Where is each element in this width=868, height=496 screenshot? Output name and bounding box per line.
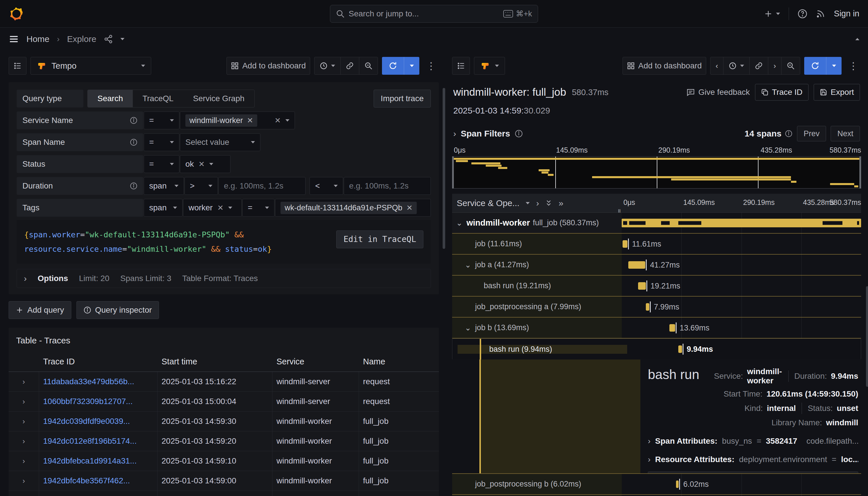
help-icon[interactable] <box>797 9 807 19</box>
import-trace-button[interactable]: Import trace <box>374 90 431 107</box>
trace-id-link[interactable]: 1942dc012e8f196b5174... <box>43 436 137 446</box>
table-row[interactable]: › 1942dbfebca1d9914a31... 2025-01-03 14:… <box>9 451 439 471</box>
remove-icon[interactable]: ✕ <box>217 203 223 212</box>
status-value-select[interactable]: ok✕ <box>180 155 231 173</box>
tags-scope-select[interactable]: span <box>144 199 183 217</box>
add-to-dashboard-button[interactable]: Add to dashboard <box>227 57 310 75</box>
time-shift-right-button[interactable]: › <box>768 57 781 74</box>
chevron-down-icon[interactable]: ⌄ <box>455 218 464 228</box>
breadcrumb-explore[interactable]: Explore <box>67 34 96 44</box>
trace-id-link[interactable]: 11dabada33e479db56b... <box>43 377 134 386</box>
refresh-interval-caret[interactable] <box>826 57 841 75</box>
news-rss-icon[interactable] <box>816 9 825 18</box>
trace-id-button[interactable]: Trace ID <box>755 84 808 100</box>
zoom-out-button[interactable] <box>359 57 378 74</box>
row-expand-chevron[interactable]: › <box>9 412 39 431</box>
events-accordion[interactable]: › Events (4) <box>648 471 858 473</box>
span-bar[interactable] <box>638 282 646 290</box>
col-trace-id[interactable]: Trace ID <box>39 352 157 372</box>
trace-id-link[interactable]: 1942dc039dfdf9e0039... <box>43 417 130 426</box>
duration-gt-select[interactable]: > <box>185 177 218 195</box>
trace-minimap[interactable] <box>452 156 861 188</box>
share-icon[interactable] <box>104 34 113 44</box>
span-row[interactable]: bash run (9.94ms) 9.94ms <box>452 339 861 359</box>
add-query-button[interactable]: Add query <box>9 301 71 319</box>
tags-operator-select[interactable]: = <box>242 199 275 217</box>
sign-in-button[interactable]: Sign in <box>834 9 859 18</box>
row-expand-chevron[interactable]: › <box>9 491 39 496</box>
span-bar[interactable] <box>669 324 675 331</box>
trace-id-link[interactable]: 1942dbfebca1d9914a31... <box>43 456 137 466</box>
row-expand-chevron[interactable]: › <box>9 471 39 491</box>
remove-icon[interactable]: ✕ <box>199 160 205 169</box>
kebab-menu-icon[interactable]: ⋮ <box>423 60 439 72</box>
trace-id-link[interactable]: 1942dbfc4be3567f462... <box>43 476 130 485</box>
query-options-row[interactable]: › Options Limit: 20 Spans Limit: 3 Table… <box>17 269 431 288</box>
table-row[interactable]: › 1942dbfc4be3567f462... 2025-01-03 14:5… <box>9 471 439 491</box>
refresh-interval-caret[interactable] <box>404 57 419 75</box>
span-bar[interactable] <box>628 261 645 269</box>
tab-traceql[interactable]: TraceQL <box>133 90 183 107</box>
row-expand-chevron[interactable]: › <box>9 392 39 411</box>
table-row[interactable]: › 1060bbf732309b12707... 2025-01-03 15:0… <box>9 392 439 412</box>
span-attributes-row[interactable]: › Span Attributes: busy_ns = 3582417 cod… <box>648 436 858 446</box>
chevron-down-icon[interactable]: ⌄ <box>464 260 472 269</box>
resource-attributes-row[interactable]: › Resource Attributes: deployment.enviro… <box>648 455 858 464</box>
time-range-picker[interactable] <box>724 57 749 74</box>
row-expand-chevron[interactable]: › <box>9 372 39 391</box>
traceql-preview[interactable]: {span.worker="wk-default-133114d6a91e-PS… <box>17 220 431 264</box>
duration-lt-select[interactable]: < <box>310 177 343 195</box>
remove-icon[interactable]: ✕ <box>406 203 413 212</box>
span-row[interactable]: job (11.61ms) 11.61ms <box>452 234 861 254</box>
zoom-out-button[interactable] <box>781 57 800 74</box>
col-name[interactable]: Name <box>359 352 439 372</box>
span-bar[interactable] <box>622 240 627 248</box>
link-button[interactable] <box>341 57 359 74</box>
edit-in-traceql-button[interactable]: Edit in TraceQL <box>336 231 423 248</box>
run-query-button[interactable] <box>804 57 841 75</box>
service-name-value-select[interactable]: windmill-worker✕ ✕ <box>180 111 295 129</box>
query-outline-button[interactable] <box>9 57 27 75</box>
tab-service-graph[interactable]: Service Graph <box>183 90 254 107</box>
span-row[interactable]: ⌄ windmill-worker full_job (580.37ms) <box>452 213 861 234</box>
breadcrumb-home[interactable]: Home <box>27 34 49 44</box>
duration-scope-select[interactable]: span <box>144 177 184 195</box>
time-shift-left-button[interactable]: ‹ <box>711 57 724 74</box>
remove-icon[interactable]: ✕ <box>247 116 253 125</box>
tree-column-header[interactable]: Service & Ope... › » <box>452 194 622 212</box>
grafana-logo-icon[interactable] <box>9 6 24 21</box>
table-row[interactable]: › 1942dbf9d9fa6108d0d1... 2025-01-03 14:… <box>9 491 439 496</box>
span-name-operator-select[interactable]: = <box>144 133 179 151</box>
span-bar[interactable] <box>678 345 682 353</box>
kebab-menu-icon[interactable]: ⋮ <box>846 60 861 72</box>
left-scrollbar[interactable] <box>443 88 445 249</box>
global-search-input[interactable]: Search or jump to... ⌘+k <box>330 5 538 23</box>
chevron-down-icon[interactable] <box>526 202 530 204</box>
collapse-chevron-up-icon[interactable] <box>855 38 859 40</box>
collapse-all-icon[interactable] <box>545 199 552 207</box>
right-scrollbar[interactable] <box>866 286 868 387</box>
span-name-value-select[interactable]: Select value <box>180 133 260 151</box>
clear-icon[interactable]: ✕ <box>275 116 281 125</box>
row-expand-chevron[interactable]: › <box>9 451 39 471</box>
status-operator-select[interactable]: = <box>144 155 179 173</box>
table-row[interactable]: › 11dabada33e479db56b... 2025-01-03 15:1… <box>9 372 439 392</box>
row-expand-chevron[interactable]: › <box>9 431 39 451</box>
datasource-picker[interactable]: Tempo <box>30 57 151 75</box>
run-query-button[interactable] <box>382 57 419 75</box>
add-to-dashboard-button[interactable]: Add to dashboard <box>622 57 706 75</box>
col-service[interactable]: Service <box>273 352 359 372</box>
span-bar[interactable] <box>676 480 679 488</box>
menu-icon[interactable] <box>9 34 19 44</box>
span-row[interactable]: job_postprocessing a (7.99ms) 7.99ms <box>452 297 861 317</box>
query-outline-button[interactable] <box>452 57 470 75</box>
span-row[interactable]: bash run (19.21ms) 19.21ms <box>452 276 861 297</box>
span-bar[interactable] <box>646 303 649 311</box>
expand-all-icon[interactable]: » <box>558 198 563 208</box>
table-row[interactable]: › 1942dc039dfdf9e0039... 2025-01-03 14:5… <box>9 412 439 431</box>
span-filters-label[interactable]: Span Filters <box>461 129 510 139</box>
col-start-time[interactable]: Start time <box>157 352 273 372</box>
chevron-right-icon[interactable]: › <box>453 129 456 139</box>
new-menu-button[interactable] <box>764 10 780 18</box>
service-name-operator-select[interactable]: = <box>144 111 179 129</box>
